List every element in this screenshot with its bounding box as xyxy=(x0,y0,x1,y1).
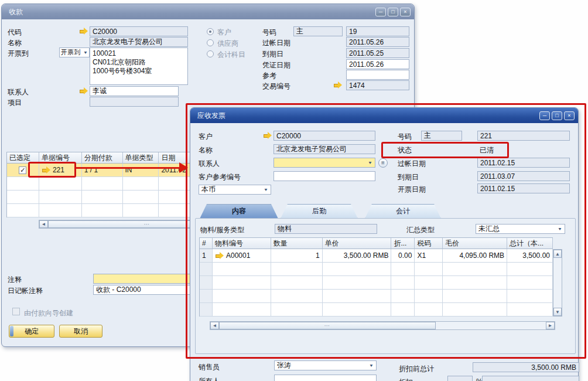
posting-date-label: 过帐日期 xyxy=(262,38,290,48)
payment-wizard-checkbox[interactable] xyxy=(12,308,20,315)
owner-field[interactable] xyxy=(274,375,377,381)
name-label: 名称 xyxy=(8,38,22,48)
annotation-box-invoice-window xyxy=(186,103,586,359)
annotation-box-doc221 xyxy=(28,162,76,178)
customer-radio[interactable] xyxy=(207,28,214,35)
installment-cell: 1 / 1 xyxy=(82,164,123,177)
discount-amount-field xyxy=(482,376,579,381)
row-checkbox[interactable]: ✓ xyxy=(19,166,26,174)
chevron-down-icon: ▼ xyxy=(83,50,88,55)
discount-percent-field[interactable] xyxy=(447,376,473,381)
name-field: 北京龙发电子贸易公司 xyxy=(90,37,188,47)
close-icon[interactable]: × xyxy=(400,8,411,16)
journal-remarks-label: 日记帐注释 xyxy=(8,286,43,296)
sales-employee-label: 销售员 xyxy=(199,362,220,372)
chevron-down-icon: ▼ xyxy=(369,363,374,368)
link-arrow-icon[interactable] xyxy=(79,28,88,35)
vendor-radio-label: 供应商 xyxy=(217,39,238,49)
reference-field[interactable] xyxy=(346,70,409,80)
due-date-field: 2011.05.25 xyxy=(346,48,409,58)
doc-type-cell: IN xyxy=(123,164,159,177)
account-radio[interactable] xyxy=(207,50,214,57)
maximize-icon[interactable]: □ xyxy=(388,8,398,16)
link-arrow-icon[interactable] xyxy=(333,81,342,89)
code-field: C20000 xyxy=(90,26,188,36)
link-arrow-icon[interactable] xyxy=(79,87,88,94)
total-before-discount-field: 3,500.00 RMB xyxy=(473,362,579,372)
owner-label: 所有人 xyxy=(199,376,220,381)
transaction-no-label: 交易编号 xyxy=(262,81,290,91)
contact-field[interactable]: 李诚 xyxy=(90,86,179,96)
document-date-label: 凭证日期 xyxy=(262,60,290,70)
transaction-no-field: 1474 xyxy=(346,80,409,90)
reference-label: 参考 xyxy=(262,71,276,81)
bill-to-address-field[interactable]: 100021 CN01北京朝阳路 1000号6号楼304室 xyxy=(90,47,188,85)
bill-to-combo[interactable]: 开票到 ▼ xyxy=(59,47,90,57)
account-radio-label: 会计科目 xyxy=(217,50,245,60)
project-label: 项目 xyxy=(8,98,22,108)
due-date-label: 到期日 xyxy=(262,49,283,59)
document-date-field[interactable]: 2011.05.26 xyxy=(346,59,409,69)
remarks-label: 注释 xyxy=(8,275,22,285)
total-before-discount-label: 折扣前总计 xyxy=(399,364,434,374)
posting-date-field: 2011.05.26 xyxy=(346,37,409,47)
ok-button[interactable]: 确定 xyxy=(9,325,54,338)
payment-wizard-checkbox-label: 由付款向导创建 xyxy=(24,308,73,318)
number-field: 19 xyxy=(346,26,409,36)
cancel-button[interactable]: 取消 xyxy=(59,325,102,338)
bill-to-label: 开票到 xyxy=(8,49,29,59)
minimize-icon[interactable]: ─ xyxy=(375,8,386,16)
annotation-arrow-line xyxy=(76,167,180,169)
sales-employee-combo[interactable]: 张涛 ▼ xyxy=(274,360,377,370)
number-label: 号码 xyxy=(262,28,276,38)
window-title: 收款 xyxy=(9,7,23,17)
incoming-payments-titlebar[interactable]: 收款 ─ □ × xyxy=(2,4,414,19)
project-field xyxy=(90,97,179,107)
customer-radio-label: 客户 xyxy=(217,28,231,38)
discount-label: 折扣 xyxy=(399,377,413,381)
code-label: 代码 xyxy=(8,28,22,38)
scroll-left-icon[interactable]: ◄ xyxy=(39,220,48,228)
screenshot-page: 收款 ─ □ × 代码 C20000 名称 北京龙发电子贸易公司 开票到 开票到… xyxy=(0,0,588,381)
vendor-radio[interactable] xyxy=(207,39,214,46)
number-series-field: 主 xyxy=(293,26,343,36)
contact-label: 联系人 xyxy=(8,87,29,97)
